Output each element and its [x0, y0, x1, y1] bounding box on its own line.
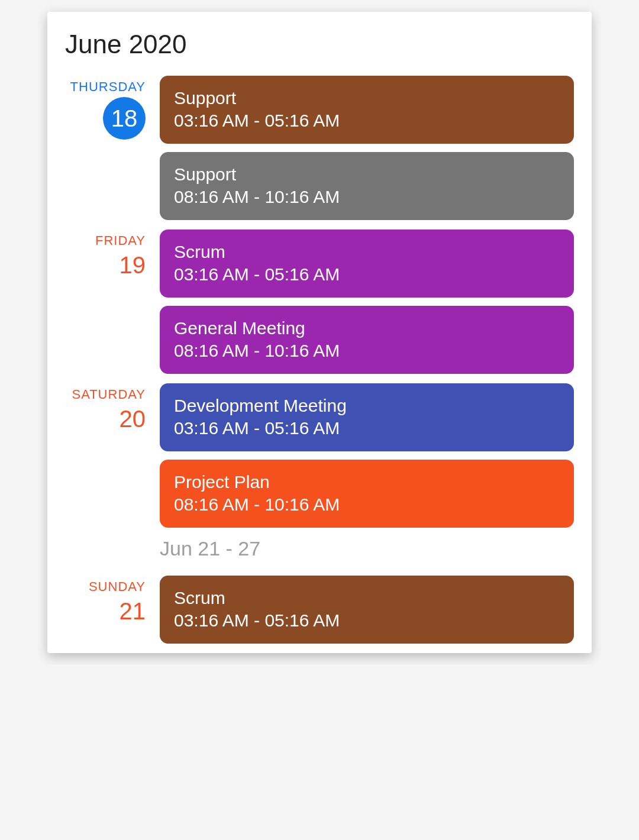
calendar-agenda-card: June 2020 THURSDAY18Support03:16 AM - 05… — [47, 12, 592, 653]
day-number-today-badge[interactable]: 18 — [103, 97, 146, 140]
event-time: 03:16 AM - 05:16 AM — [174, 609, 560, 632]
day-row: SUNDAY21Scrum03:16 AM - 05:16 AM — [65, 576, 574, 644]
day-label[interactable]: SATURDAY20 — [65, 383, 160, 434]
day-number[interactable]: 21 — [120, 596, 146, 626]
day-label[interactable]: SUNDAY21 — [65, 576, 160, 626]
day-row: FRIDAY19Scrum03:16 AM - 05:16 AMGeneral … — [65, 230, 574, 374]
agenda-list: THURSDAY18Support03:16 AM - 05:16 AMSupp… — [65, 76, 574, 644]
events-column: Support03:16 AM - 05:16 AMSupport08:16 A… — [160, 76, 574, 220]
day-label[interactable]: FRIDAY19 — [65, 230, 160, 280]
event-time: 03:16 AM - 05:16 AM — [174, 416, 560, 440]
day-label[interactable]: THURSDAY18 — [65, 76, 160, 140]
day-name: SATURDAY — [65, 387, 146, 402]
event-title: Support — [174, 164, 560, 185]
event-time: 08:16 AM - 10:16 AM — [174, 493, 560, 516]
event-card[interactable]: Project Plan08:16 AM - 10:16 AM — [160, 460, 574, 528]
week-range-label: Jun 21 - 27 — [160, 537, 260, 560]
event-card[interactable]: General Meeting08:16 AM - 10:16 AM — [160, 306, 574, 374]
event-time: 03:16 AM - 05:16 AM — [174, 263, 560, 286]
day-name: THURSDAY — [65, 79, 146, 95]
event-card[interactable]: Scrum03:16 AM - 05:16 AM — [160, 576, 574, 644]
event-title: Scrum — [174, 241, 560, 263]
events-column: Development Meeting03:16 AM - 05:16 AMPr… — [160, 383, 574, 528]
week-range-row: Jun 21 - 27 — [65, 537, 574, 560]
day-name: SUNDAY — [65, 579, 146, 595]
events-column: Scrum03:16 AM - 05:16 AM — [160, 576, 574, 644]
week-range-spacer — [65, 537, 160, 560]
event-card[interactable]: Scrum03:16 AM - 05:16 AM — [160, 230, 574, 298]
event-title: Scrum — [174, 587, 560, 609]
events-column: Scrum03:16 AM - 05:16 AMGeneral Meeting0… — [160, 230, 574, 374]
event-title: Development Meeting — [174, 395, 560, 416]
event-title: Project Plan — [174, 471, 560, 493]
event-card[interactable]: Support03:16 AM - 05:16 AM — [160, 76, 574, 144]
event-time: 03:16 AM - 05:16 AM — [174, 109, 560, 132]
day-number[interactable]: 20 — [120, 403, 146, 434]
event-card[interactable]: Development Meeting03:16 AM - 05:16 AM — [160, 383, 574, 451]
event-title: Support — [174, 88, 560, 109]
day-row: SATURDAY20Development Meeting03:16 AM - … — [65, 383, 574, 528]
day-number[interactable]: 19 — [120, 250, 146, 280]
event-title: General Meeting — [174, 318, 560, 339]
day-name: FRIDAY — [65, 233, 146, 248]
day-row: THURSDAY18Support03:16 AM - 05:16 AMSupp… — [65, 76, 574, 220]
month-title: June 2020 — [65, 30, 574, 59]
event-card[interactable]: Support08:16 AM - 10:16 AM — [160, 152, 574, 220]
event-time: 08:16 AM - 10:16 AM — [174, 185, 560, 208]
event-time: 08:16 AM - 10:16 AM — [174, 339, 560, 362]
